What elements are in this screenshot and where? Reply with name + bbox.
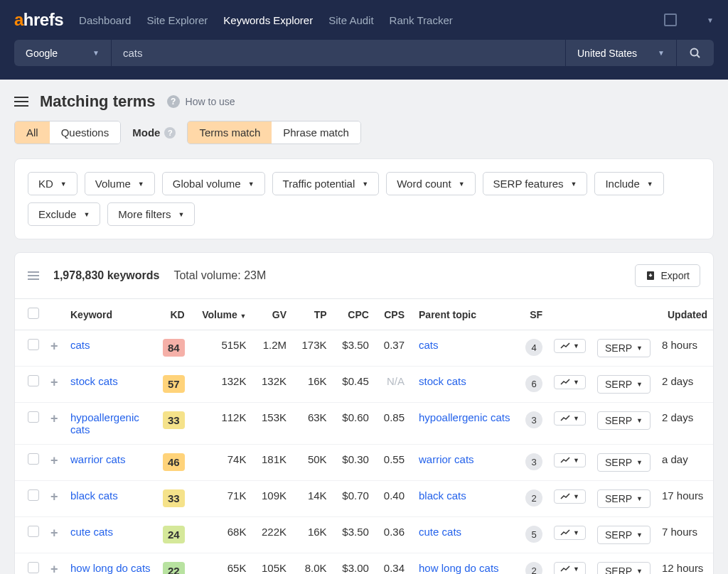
trend-chart-button[interactable]: ▼ [554,375,586,389]
keyword-link[interactable]: stock cats [70,375,118,387]
gv-value: 1.2M [252,330,292,367]
sidebar-toggle[interactable] [14,97,28,107]
expand-button[interactable]: + [50,453,58,467]
col-volume[interactable]: Volume ▼ [191,299,252,330]
select-all-checkbox[interactable] [28,308,39,319]
table-row: +cats84515K1.2M173K$3.500.37cats4▼SERP▼8… [15,330,713,367]
chevron-down-icon: ▼ [362,180,368,188]
keyword-link[interactable]: how long do cats live [70,562,151,574]
trend-chart-button[interactable]: ▼ [554,489,586,504]
updated-value: 8 hours [656,330,713,367]
mode-terms-match[interactable]: Terms match [188,121,272,144]
export-button[interactable]: Export [635,264,700,287]
filter-button[interactable]: Traffic potential▼ [272,172,380,195]
sf-badge[interactable]: 4 [525,339,542,356]
nav-item[interactable]: Site Audit [328,14,373,26]
search-engine-select[interactable]: Google▼ [14,40,111,66]
sf-badge[interactable]: 3 [525,453,542,470]
table-row: +hypoallergenic cats33112K153K63K$0.600.… [15,403,713,445]
row-checkbox[interactable] [28,489,39,501]
parent-topic-link[interactable]: cats [419,339,439,351]
col-tp[interactable]: TP [292,299,333,330]
serp-button[interactable]: SERP▼ [597,562,651,574]
trend-chart-button[interactable]: ▼ [554,526,586,540]
sf-badge[interactable]: 6 [525,375,542,392]
col-cpc[interactable]: CPC [333,299,375,330]
col-kd[interactable]: KD [157,299,191,330]
view-questions[interactable]: Questions [50,121,121,144]
col-gv[interactable]: GV [252,299,292,330]
serp-button[interactable]: SERP▼ [597,489,651,508]
trend-icon [560,457,570,464]
nav-item[interactable]: Dashboard [79,14,131,26]
filter-button[interactable]: Exclude▼ [28,202,100,226]
filter-button[interactable]: KD▼ [28,172,77,195]
expand-button[interactable]: + [50,339,58,353]
filter-button[interactable]: Word count▼ [386,172,475,195]
expand-button[interactable]: + [50,562,58,574]
trend-chart-button[interactable]: ▼ [554,411,586,426]
nav-item[interactable]: Rank Tracker [390,14,453,26]
parent-topic-link[interactable]: warrior cats [419,453,474,465]
kd-badge: 57 [163,375,185,393]
sf-badge[interactable]: 2 [525,562,542,574]
serp-button[interactable]: SERP▼ [597,526,651,544]
keyword-link[interactable]: cute cats [70,526,113,538]
how-to-use[interactable]: ?How to use [167,95,235,108]
col-parent[interactable]: Parent topic [410,299,517,330]
monitor-icon[interactable] [664,13,677,26]
parent-topic-link[interactable]: stock cats [419,375,466,387]
parent-topic-link[interactable]: hypoallergenic cats [419,411,510,423]
nav-item[interactable]: Site Explorer [146,14,208,26]
parent-topic-link[interactable]: cute cats [419,526,461,538]
row-checkbox[interactable] [28,453,39,465]
serp-button[interactable]: SERP▼ [597,453,651,472]
keyword-link[interactable]: black cats [70,489,118,502]
col-updated[interactable]: Updated [656,299,713,330]
serp-button[interactable]: SERP▼ [597,411,651,430]
filter-button[interactable]: Global volume▼ [162,172,265,195]
filter-button[interactable]: Volume▼ [85,172,155,195]
col-keyword[interactable]: Keyword [65,299,157,330]
mode-phrase-match[interactable]: Phrase match [272,121,360,144]
parent-topic-link[interactable]: how long do cats live [419,562,499,574]
search-button[interactable] [677,40,714,66]
expand-button[interactable]: + [50,411,58,426]
row-checkbox[interactable] [28,375,39,386]
sf-badge[interactable]: 5 [525,526,542,543]
kd-badge: 33 [163,411,185,429]
row-checkbox[interactable] [28,526,39,537]
trend-chart-button[interactable]: ▼ [554,562,586,574]
row-checkbox[interactable] [28,562,39,573]
search-input[interactable] [112,40,565,66]
row-checkbox[interactable] [28,411,39,423]
sf-badge[interactable]: 2 [525,489,542,507]
col-sf[interactable]: SF [517,299,548,330]
trend-chart-button[interactable]: ▼ [554,453,586,467]
logo[interactable]: ahrefs [14,10,63,30]
filter-button[interactable]: Include▼ [594,172,663,195]
keyword-link[interactable]: warrior cats [70,453,126,465]
cpc-value: $3.50 [333,517,375,553]
parent-topic-link[interactable]: black cats [419,489,466,502]
serp-button[interactable]: SERP▼ [597,375,651,394]
country-select[interactable]: United States▼ [566,40,676,66]
view-all[interactable]: All [15,121,50,144]
expand-button[interactable]: + [50,489,58,504]
sf-badge[interactable]: 3 [525,411,542,428]
row-checkbox[interactable] [28,339,39,350]
filter-button[interactable]: SERP features▼ [483,172,588,195]
trend-chart-button[interactable]: ▼ [554,339,586,353]
list-menu[interactable] [28,271,39,280]
keyword-link[interactable]: hypoallergenic cats [70,411,139,435]
cps-value: 0.37 [375,330,410,367]
keyword-link[interactable]: cats [70,339,90,351]
nav-item[interactable]: Keywords Explorer [223,14,313,26]
expand-button[interactable]: + [50,375,58,389]
more-menu[interactable]: ▼ [707,16,714,24]
filter-button[interactable]: More filters▼ [107,202,195,226]
expand-button[interactable]: + [50,526,58,540]
kd-badge: 84 [163,339,185,357]
serp-button[interactable]: SERP▼ [597,339,651,357]
col-cps[interactable]: CPS [375,299,410,330]
